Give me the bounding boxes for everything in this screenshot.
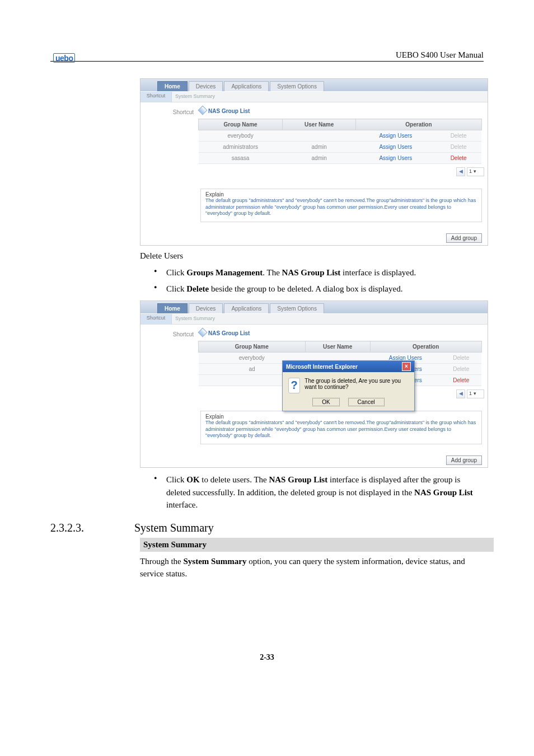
tab-bar: Home Devices Applications System Options [140,79,488,91]
page-select[interactable]: 1 ▾ [467,389,484,398]
submenu-system-summary[interactable]: System Summary [172,92,215,102]
panel-title: NAS Group List [199,329,488,336]
table-row: sasasa admin Assign Users Delete [199,153,482,164]
list-item: Click OK to delete users. The NAS Group … [154,473,484,511]
question-icon: ? [288,378,300,393]
tab-devices[interactable]: Devices [189,81,223,91]
delete-link[interactable]: Delete [435,153,481,164]
tab-devices[interactable]: Devices [189,303,223,313]
panel-title: NAS Group List [199,107,488,114]
list-item: Click Delete beside the group to be dele… [154,283,484,295]
col-group-name: Group Name [199,341,306,353]
explain-box: Explain The default groups "administrato… [200,189,482,222]
tab-system-options[interactable]: System Options [270,303,324,313]
assign-users-link[interactable]: Assign Users [356,130,435,142]
instructions-list-2: Click OK to delete users. The NAS Group … [154,473,484,511]
cancel-button[interactable]: Cancel [348,398,385,406]
delete-link: Delete [435,130,481,142]
tab-applications[interactable]: Applications [224,303,269,313]
close-icon[interactable]: × [402,362,411,371]
tab-home[interactable]: Home [157,81,188,91]
page-prev-icon[interactable]: ◀ [456,167,465,176]
col-operation: Operation [356,119,481,130]
cell-group: administrators [199,142,283,153]
assign-users-link[interactable]: Assign Users [356,153,435,164]
cell-group: everybody [199,130,283,142]
tab-system-options[interactable]: System Options [270,81,324,91]
col-user-name: User Name [305,341,370,353]
panel-title-icon [198,106,208,115]
explain-text: The default groups "administrators" and … [205,198,477,217]
list-item: Click Groups Management. The NAS Group L… [154,266,484,279]
col-user-name: User Name [283,119,356,130]
cell-user: admin [283,142,356,153]
tab-bar: Home Devices Applications System Options [140,301,488,313]
instructions-list-1: Click Groups Management. The NAS Group L… [154,266,484,295]
tab-applications[interactable]: Applications [224,81,269,91]
cell-group: sasasa [199,153,283,164]
dialog-title: Microsoft Internet Explorer [286,364,358,370]
shortcut-bar-label: Shortcut [140,92,172,102]
table-row: administrators admin Assign Users Delete [199,142,482,153]
explain-legend: Explain [205,191,224,198]
assign-users-link[interactable]: Assign Users [356,142,435,153]
group-table: Group Name User Name Operation everybody… [198,119,482,164]
page-number: 2-33 [50,653,484,662]
page-select[interactable]: 1 ▾ [467,167,484,176]
cell-user [283,130,356,142]
shortcut-bar-label: Shortcut [140,314,172,324]
col-operation: Operation [370,341,481,353]
paragraph-delete-users: Delete Users [140,251,487,261]
shortcut-sidebar: Shortcut [140,325,198,453]
tab-home[interactable]: Home [157,303,188,313]
section-heading: 2.3.2.3.System Summary [50,522,484,534]
ok-button[interactable]: OK [312,398,339,406]
delete-link[interactable]: Delete [441,375,481,386]
panel-title-icon [198,328,208,337]
brand-logo: uebo [53,53,75,63]
col-group-name: Group Name [199,119,283,130]
delete-link: Delete [441,364,481,375]
add-group-button[interactable]: Add group [446,233,482,243]
shortcut-sidebar: Shortcut [140,102,198,231]
explain-text: The default groups "administrators" and … [205,420,477,439]
confirm-dialog: Microsoft Internet Explorer × ? The grou… [282,360,415,411]
page-prev-icon[interactable]: ◀ [456,389,465,398]
submenu-system-summary[interactable]: System Summary [172,314,215,324]
add-group-button[interactable]: Add group [446,456,482,465]
subsection-box: System Summary [140,538,494,552]
summary-paragraph: Through the System Summary option, you c… [140,555,487,580]
pager: ◀ 1 ▾ [198,164,488,176]
screenshot-2: Home Devices Applications System Options… [140,300,488,468]
delete-link: Delete [435,142,481,153]
delete-link: Delete [441,353,481,364]
explain-box: Explain The default groups "administrato… [200,411,482,444]
screenshot-1: Home Devices Applications System Options… [140,78,488,246]
cell-user: admin [283,153,356,164]
table-row: everybody Assign Users Delete [199,130,482,142]
manual-title: UEBO S400 User Manual [50,50,484,62]
dialog-message: The group is deleted, Are you sure you w… [305,378,410,390]
explain-legend: Explain [205,414,224,420]
